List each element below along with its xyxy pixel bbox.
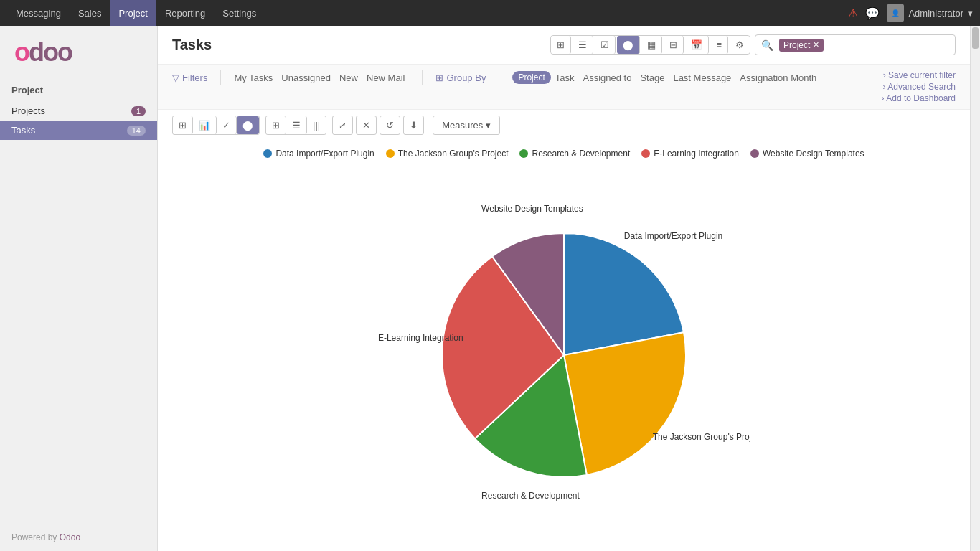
grid-view-btn[interactable]: ▦ <box>641 36 662 54</box>
nav-reporting[interactable]: Reporting <box>156 0 214 26</box>
legend-data-import: Data Import/Export Plugin <box>263 149 374 159</box>
group-by-icon: ⊞ <box>435 72 443 83</box>
legend-dot-purple <box>750 149 759 158</box>
sidebar: odoo Project Projects 1 Tasks 14 Powered… <box>0 26 158 551</box>
filter-new-mail[interactable]: New Mail <box>367 72 405 83</box>
table-tool-btn[interactable]: ⊞ <box>173 116 193 134</box>
group-by-assigned[interactable]: Assigned to <box>583 72 631 83</box>
sidebar-tasks-badge: 14 <box>127 126 146 136</box>
group-by-last-message[interactable]: Last Message <box>673 72 731 83</box>
settings-view-btn[interactable]: ⚙ <box>730 36 750 54</box>
advanced-search-btn[interactable]: › Advanced Search <box>883 82 956 92</box>
search-input[interactable] <box>824 37 953 53</box>
sidebar-footer: Powered by Odoo <box>0 524 157 551</box>
top-navigation: Messaging Sales Project Reporting Settin… <box>0 0 980 26</box>
grid-tool-btn[interactable]: ⊞ <box>266 116 286 134</box>
legend-research: Research & Development <box>519 149 630 159</box>
app-body: odoo Project Projects 1 Tasks 14 Powered… <box>0 26 980 551</box>
filter-new[interactable]: New <box>339 72 358 83</box>
filter-divider-1 <box>220 70 221 85</box>
nav-right: ⚠ 💬 👤 Administrator ▾ <box>848 4 973 22</box>
main-content: Tasks ⊞ ☰ ☑ ⬤ ▦ ⊟ 📅 ≡ ⚙ 🔍 Project <box>158 26 970 551</box>
sidebar-projects-label: Projects <box>11 105 45 116</box>
sidebar-tasks-label: Tasks <box>11 125 35 136</box>
nav-project[interactable]: Project <box>110 0 156 26</box>
alert-icon[interactable]: ⚠ <box>848 6 858 20</box>
checklist-view-btn[interactable]: ☑ <box>595 36 616 54</box>
sidebar-projects-badge: 1 <box>131 106 146 116</box>
group-by-task[interactable]: Task <box>555 72 575 83</box>
view-mode-group: ⊞ ☰ ||| <box>265 116 326 135</box>
filters-btn[interactable]: ▽ Filters <box>172 72 207 83</box>
label-research: Research & Development <box>481 490 580 500</box>
sidebar-item-projects[interactable]: Projects 1 <box>0 101 157 121</box>
group-by-stage[interactable]: Stage <box>640 72 664 83</box>
filter-icon: ▽ <box>172 72 179 83</box>
app-logo: odoo <box>0 26 157 79</box>
chat-icon[interactable]: 💬 <box>865 6 880 20</box>
legend-dot-orange <box>386 149 395 158</box>
search-tag-close[interactable]: ✕ <box>813 40 819 50</box>
legend-website: Website Design Templates <box>750 149 864 159</box>
page-title: Tasks <box>172 37 212 53</box>
filter-right-actions: › Save current filter › Advanced Search … <box>882 70 956 103</box>
odoo-link[interactable]: Odoo <box>60 532 80 542</box>
group-by-project-tag[interactable]: Project <box>512 71 550 84</box>
add-to-dashboard-btn[interactable]: › Add to Dashboard <box>882 93 956 103</box>
search-tag-project[interactable]: Project ✕ <box>779 39 824 52</box>
scrollbar[interactable] <box>970 26 980 551</box>
filter-unassigned[interactable]: Unassigned <box>281 72 331 83</box>
label-elearning: E-Learning Integration <box>378 333 463 343</box>
gantt-view-btn[interactable]: ≡ <box>710 36 728 54</box>
legend-dot-blue <box>263 149 272 158</box>
pie-chart-container: Data Import/Export Plugin The Jackson Gr… <box>172 166 956 544</box>
avatar: 👤 <box>887 4 904 22</box>
odoo-logo: odoo <box>14 37 72 67</box>
label-data-import: Data Import/Export Plugin <box>624 231 722 241</box>
chart-legend: Data Import/Export Plugin The Jackson Gr… <box>263 149 864 159</box>
table-view-btn[interactable]: ⊟ <box>664 36 684 54</box>
filter-divider-2 <box>422 70 423 85</box>
sidebar-item-tasks[interactable]: Tasks 14 <box>0 121 157 140</box>
filter-divider-3 <box>499 70 499 85</box>
calendar-view-btn[interactable]: 📅 <box>685 36 709 54</box>
legend-jackson: The Jackson Group's Project <box>386 149 509 159</box>
refresh-tool-btn[interactable]: ↺ <box>380 116 400 135</box>
list-view-btn[interactable]: ☰ <box>573 36 593 54</box>
label-website: Website Design Templates <box>481 204 583 214</box>
nav-messaging[interactable]: Messaging <box>7 0 70 26</box>
group-by-assignation-month[interactable]: Assignation Month <box>740 72 816 83</box>
filter-my-tasks[interactable]: My Tasks <box>234 72 273 83</box>
bar-tool-btn[interactable]: 📊 <box>193 116 217 134</box>
user-name: Administrator <box>908 8 963 19</box>
nav-sales[interactable]: Sales <box>70 0 110 26</box>
close-tool-btn[interactable]: ✕ <box>356 116 377 135</box>
search-bar: 🔍 Project ✕ ▾ <box>755 34 956 55</box>
filter-bar: ▽ Filters My Tasks Unassigned New New Ma… <box>158 65 970 110</box>
legend-dot-green <box>519 149 528 158</box>
legend-elearning: E-Learning Integration <box>641 149 739 159</box>
chart-type-group: ⊞ 📊 ✓ ⬤ <box>172 116 260 135</box>
chart-toolbar: ⊞ 📊 ✓ ⬤ ⊞ ☰ ||| ⤢ ✕ ↺ ⬇ Measures ▾ <box>158 110 970 141</box>
sidebar-app-name: Project <box>0 79 157 101</box>
chart-area: Data Import/Export Plugin The Jackson Gr… <box>158 141 970 551</box>
download-tool-btn[interactable]: ⬇ <box>403 116 424 135</box>
user-menu[interactable]: 👤 Administrator ▾ <box>887 4 973 22</box>
scrollbar-thumb[interactable] <box>972 27 979 49</box>
main-header: Tasks ⊞ ☰ ☑ ⬤ ▦ ⊟ 📅 ≡ ⚙ 🔍 Project <box>158 26 970 65</box>
label-jackson: The Jackson Group's Project <box>653 432 750 442</box>
col-tool-btn[interactable]: ||| <box>307 116 326 134</box>
kanban-view-btn[interactable]: ⊞ <box>551 36 571 54</box>
legend-dot-red <box>641 149 650 158</box>
group-by-btn[interactable]: ⊞ Group By <box>435 72 486 83</box>
pivot-view-btn[interactable]: ⬤ <box>617 36 640 54</box>
pie-tool-btn[interactable]: ⬤ <box>237 116 259 134</box>
chevron-down-icon: ▾ <box>968 8 973 19</box>
nav-settings[interactable]: Settings <box>214 0 265 26</box>
save-filter-btn[interactable]: › Save current filter <box>883 70 956 80</box>
measures-btn[interactable]: Measures ▾ <box>433 116 500 135</box>
list-tool-btn[interactable]: ☰ <box>286 116 307 134</box>
search-icon[interactable]: 🔍 <box>755 37 779 54</box>
check-tool-btn[interactable]: ✓ <box>217 116 237 134</box>
expand-tool-btn[interactable]: ⤢ <box>332 116 353 135</box>
